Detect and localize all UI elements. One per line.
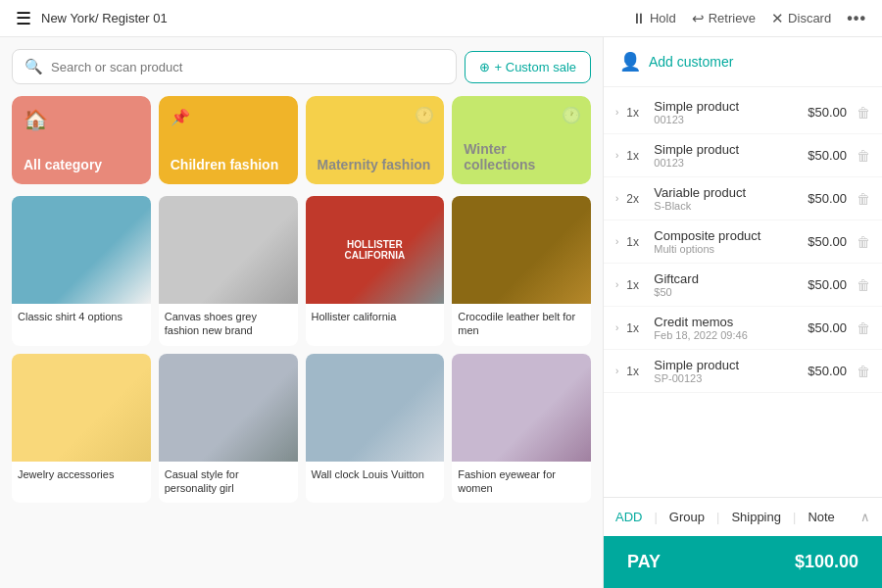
qty-4: 1x xyxy=(626,235,648,249)
prod-name-2: Simple product xyxy=(654,142,792,157)
delete-icon-4[interactable]: 🗑 xyxy=(857,234,870,250)
top-bar: ☰ New York/ Register 01 ⏸ Hold ↩ Retriev… xyxy=(0,0,882,37)
search-icon: 🔍 xyxy=(24,58,43,75)
add-customer-button[interactable]: 👤 Add customer xyxy=(604,37,882,87)
hold-label: Hold xyxy=(650,11,676,25)
qty-1: 1x xyxy=(626,106,648,120)
product-jewelry-name: Jewelry accessories xyxy=(12,462,151,489)
custom-sale-label: + Custom sale xyxy=(495,60,576,74)
tab-add[interactable]: ADD xyxy=(615,508,642,526)
tab-note[interactable]: Note xyxy=(808,508,834,526)
delete-icon-7[interactable]: 🗑 xyxy=(857,364,870,379)
product-shirt-image xyxy=(12,196,151,304)
categories-grid: 🏠 All category 📌 Children fashion 🕐 Mate… xyxy=(12,96,591,184)
right-panel: 👤 Add customer › 1x Simple product 00123… xyxy=(603,37,882,588)
tab-collapse-icon[interactable]: ∧ xyxy=(860,510,870,524)
product-jewelry-image xyxy=(12,354,151,462)
custom-sale-button[interactable]: ⊕ + Custom sale xyxy=(465,51,591,83)
prod-sub-4: Multi options xyxy=(654,243,792,255)
hamburger-icon[interactable]: ☰ xyxy=(16,8,31,29)
product-shoes[interactable]: Canvas shoes grey fashion new brand xyxy=(159,196,298,346)
delete-icon-1[interactable]: 🗑 xyxy=(857,105,870,121)
tab-group[interactable]: Group xyxy=(669,508,705,526)
more-button[interactable]: ••• xyxy=(847,10,866,27)
expand-icon-3[interactable]: › xyxy=(615,193,618,204)
tab-row: ADD | Group | Shipping | Note ∧ xyxy=(604,498,882,536)
discard-label: Discard xyxy=(788,11,831,25)
retrieve-icon: ↩ xyxy=(692,10,705,27)
expand-icon-7[interactable]: › xyxy=(615,366,618,376)
order-item-5: › 1x Giftcard $50 $50.00 🗑 xyxy=(604,264,882,307)
pay-button[interactable]: PAY $100.00 xyxy=(604,536,882,588)
prod-name-4: Composite product xyxy=(654,228,792,243)
product-casual[interactable]: Casual style for personality girl xyxy=(159,354,298,504)
product-belt-image xyxy=(452,196,591,304)
qty-6: 1x xyxy=(626,321,648,335)
prod-sub-1: 00123 xyxy=(654,114,792,125)
product-eyewear[interactable]: Fashion eyewear for women xyxy=(452,354,591,504)
product-hollister[interactable]: HOLLISTERCALIFORNIA Hollister california xyxy=(306,196,445,346)
expand-icon-4[interactable]: › xyxy=(615,236,618,247)
price-2: $50.00 xyxy=(798,148,847,163)
product-shirt[interactable]: Classic shirt 4 options xyxy=(12,196,151,346)
bottom-bar: ADD | Group | Shipping | Note ∧ PAY $100… xyxy=(604,497,882,588)
top-bar-left: ☰ New York/ Register 01 xyxy=(16,8,168,29)
product-casual-name: Casual style for personality girl xyxy=(159,462,298,504)
details-6: Credit memos Feb 18, 2022 09:46 xyxy=(654,315,792,341)
retrieve-button[interactable]: ↩ Retrieve xyxy=(692,10,756,27)
prod-name-5: Giftcard xyxy=(654,271,792,286)
delete-icon-6[interactable]: 🗑 xyxy=(857,320,870,336)
more-icon: ••• xyxy=(847,10,866,27)
qty-5: 1x xyxy=(626,278,648,292)
search-input[interactable] xyxy=(51,60,444,74)
custom-sale-plus-icon: ⊕ xyxy=(479,60,490,74)
product-hollister-name: Hollister california xyxy=(306,304,445,331)
qty-3: 2x xyxy=(626,192,648,206)
product-belt[interactable]: Crocodile leather belt for men xyxy=(452,196,591,346)
delete-icon-2[interactable]: 🗑 xyxy=(857,148,870,164)
order-item-2: › 1x Simple product 00123 $50.00 🗑 xyxy=(604,134,882,177)
discard-icon: ✕ xyxy=(771,10,784,27)
prod-name-7: Simple product xyxy=(654,358,792,372)
location-label: New York/ Register 01 xyxy=(41,11,168,25)
delete-icon-3[interactable]: 🗑 xyxy=(857,191,870,207)
product-jewelry[interactable]: Jewelry accessories xyxy=(12,354,151,504)
product-clock-name: Wall clock Louis Vuitton xyxy=(306,462,445,489)
price-3: $50.00 xyxy=(798,191,847,206)
details-3: Variable product S-Black xyxy=(654,185,792,212)
qty-2: 1x xyxy=(626,149,648,163)
hold-button[interactable]: ⏸ Hold xyxy=(631,10,676,26)
left-panel: 🔍 ⊕ + Custom sale 🏠 All category 📌 Child… xyxy=(0,37,603,588)
search-box[interactable]: 🔍 xyxy=(12,49,457,84)
expand-icon-6[interactable]: › xyxy=(615,322,618,333)
winter-clock-icon: 🕐 xyxy=(562,106,581,124)
expand-icon-2[interactable]: › xyxy=(615,150,618,161)
category-winter-collections[interactable]: 🕐 Winter collections xyxy=(452,96,591,184)
product-shoes-image xyxy=(159,196,298,304)
category-all[interactable]: 🏠 All category xyxy=(12,96,151,184)
product-shoes-name: Canvas shoes grey fashion new brand xyxy=(159,304,298,346)
product-eyewear-name: Fashion eyewear for women xyxy=(452,462,591,504)
delete-icon-5[interactable]: 🗑 xyxy=(857,277,870,293)
prod-sub-6: Feb 18, 2022 09:46 xyxy=(654,329,792,341)
prod-name-3: Variable product xyxy=(654,185,792,200)
prod-sub-2: 00123 xyxy=(654,157,792,169)
tab-shipping[interactable]: Shipping xyxy=(731,508,781,526)
expand-icon-1[interactable]: › xyxy=(615,107,618,118)
qty-7: 1x xyxy=(626,365,648,378)
expand-icon-5[interactable]: › xyxy=(615,279,618,290)
pay-label: PAY xyxy=(627,552,661,572)
details-4: Composite product Multi options xyxy=(654,228,792,255)
maternity-category-name: Maternity fashion xyxy=(318,157,433,172)
category-maternity-fashion[interactable]: 🕐 Maternity fashion xyxy=(306,96,445,184)
order-item-1: › 1x Simple product 00123 $50.00 🗑 xyxy=(604,91,882,134)
product-clock[interactable]: Wall clock Louis Vuitton xyxy=(306,354,445,504)
category-children-fashion[interactable]: 📌 Children fashion xyxy=(159,96,298,184)
discard-button[interactable]: ✕ Discard xyxy=(771,10,831,27)
products-grid: Classic shirt 4 options Canvas shoes gre… xyxy=(12,196,591,503)
order-item-4: › 1x Composite product Multi options $50… xyxy=(604,220,882,264)
prod-sub-5: $50 xyxy=(654,286,792,298)
details-7: Simple product SP-00123 xyxy=(654,358,792,384)
all-category-name: All category xyxy=(24,157,139,172)
children-pin-icon: 📌 xyxy=(171,108,286,126)
